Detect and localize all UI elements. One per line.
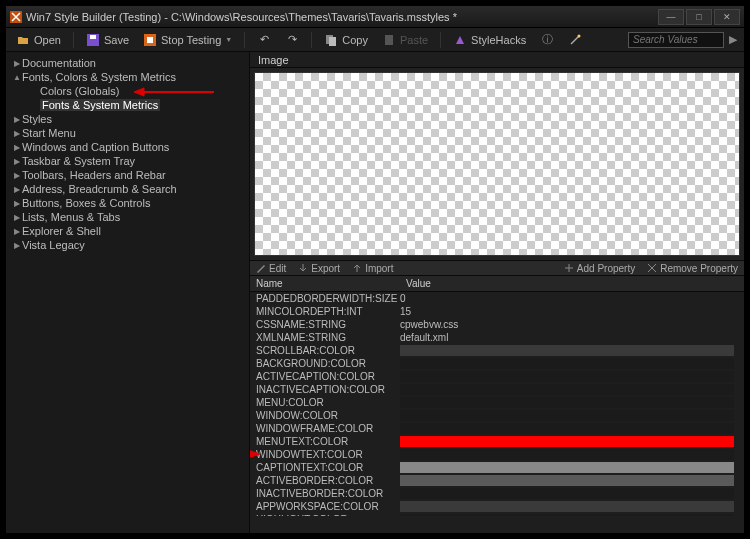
tree-item[interactable]: ▶Taskbar & System Tray xyxy=(8,154,247,168)
col-header-name[interactable]: Name xyxy=(250,276,400,291)
redo-button[interactable]: ↷ xyxy=(279,31,305,49)
tree-item-label: Windows and Caption Buttons xyxy=(22,141,169,153)
property-row[interactable]: WINDOW:COLOR xyxy=(250,409,744,422)
tree-item[interactable]: ▶Vista Legacy xyxy=(8,238,247,252)
stylehacks-button[interactable]: StyleHacks xyxy=(447,31,532,49)
svg-rect-7 xyxy=(385,35,393,45)
tree-item[interactable]: ▶Buttons, Boxes & Controls xyxy=(8,196,247,210)
property-value[interactable] xyxy=(400,384,744,395)
search-input[interactable] xyxy=(628,32,724,48)
edit-button[interactable]: Edit xyxy=(250,263,292,274)
expand-arrow-icon: ▶ xyxy=(12,157,22,166)
property-value[interactable] xyxy=(400,475,744,486)
property-table-body[interactable]: PADDEDBORDERWIDTH:SIZE0MINCOLORDEPTH:INT… xyxy=(250,292,744,516)
copy-button[interactable]: Copy xyxy=(318,31,374,49)
remove-property-button[interactable]: Remove Property xyxy=(641,263,744,274)
property-name: BACKGROUND:COLOR xyxy=(250,358,400,369)
tree-item-label: Colors (Globals) xyxy=(40,85,119,97)
tree-item-label: Vista Legacy xyxy=(22,239,85,251)
help-icon: ⓘ xyxy=(540,33,554,47)
color-swatch xyxy=(400,501,734,512)
property-value[interactable]: 15 xyxy=(400,306,744,317)
property-value[interactable]: default.xml xyxy=(400,332,744,343)
property-row[interactable]: BACKGROUND:COLOR xyxy=(250,357,744,370)
color-swatch xyxy=(400,514,734,516)
property-row[interactable]: SCROLLBAR:COLOR xyxy=(250,344,744,357)
property-value[interactable] xyxy=(400,462,744,473)
property-value[interactable] xyxy=(400,501,744,512)
minimize-button[interactable]: — xyxy=(658,9,684,25)
close-button[interactable]: ✕ xyxy=(714,9,740,25)
property-value[interactable] xyxy=(400,488,744,499)
tree-item-label: Buttons, Boxes & Controls xyxy=(22,197,150,209)
export-icon xyxy=(298,263,308,273)
search-go-button[interactable]: ▶ xyxy=(726,31,740,48)
tree-item[interactable]: ▶Address, Breadcrumb & Search xyxy=(8,182,247,196)
tree-item-label: Toolbars, Headers and Rebar xyxy=(22,169,166,181)
stylehacks-icon xyxy=(453,33,467,47)
tree-item-label: Styles xyxy=(22,113,52,125)
property-row[interactable]: XMLNAME:STRINGdefault.xml xyxy=(250,331,744,344)
image-tab[interactable]: Image xyxy=(250,52,744,68)
color-swatch xyxy=(400,475,734,486)
tree-item[interactable]: Fonts & System Metrics xyxy=(8,98,247,112)
property-value[interactable] xyxy=(400,397,744,408)
property-row[interactable]: INACTIVECAPTION:COLOR xyxy=(250,383,744,396)
export-button[interactable]: Export xyxy=(292,263,346,274)
property-value[interactable]: cpwebvw.css xyxy=(400,319,744,330)
tree-item-label: Explorer & Shell xyxy=(22,225,101,237)
col-header-value[interactable]: Value xyxy=(400,276,744,291)
property-row[interactable]: APPWORKSPACE:COLOR xyxy=(250,500,744,513)
undo-button[interactable]: ↶ xyxy=(251,31,277,49)
edit-icon xyxy=(256,263,266,273)
property-value[interactable]: 0 xyxy=(400,293,744,304)
tree-item[interactable]: ▶Styles xyxy=(8,112,247,126)
sidebar-tree: ▶Documentation▲Fonts, Colors & System Me… xyxy=(6,52,250,533)
import-button[interactable]: Import xyxy=(346,263,399,274)
open-button[interactable]: Open xyxy=(10,31,67,49)
property-row[interactable]: ACTIVEBORDER:COLOR xyxy=(250,474,744,487)
property-value[interactable] xyxy=(400,436,744,447)
svg-point-8 xyxy=(578,34,581,37)
stop-testing-button[interactable]: Stop Testing ▼ xyxy=(137,31,238,49)
property-row[interactable]: INACTIVEBORDER:COLOR xyxy=(250,487,744,500)
stop-icon xyxy=(143,33,157,47)
titlebar[interactable]: Win7 Style Builder (Testing) - C:\Window… xyxy=(6,6,744,28)
tree-item[interactable]: ▶Explorer & Shell xyxy=(8,224,247,238)
property-row[interactable]: WINDOWFRAME:COLOR xyxy=(250,422,744,435)
property-value[interactable] xyxy=(400,371,744,382)
expand-arrow-icon: ▶ xyxy=(12,143,22,152)
add-property-button[interactable]: Add Property xyxy=(558,263,641,274)
toolbar: Open Save Stop Testing ▼ ↶ ↷ Copy Paste … xyxy=(6,28,744,52)
property-value[interactable] xyxy=(400,423,744,434)
property-row[interactable]: CAPTIONTEXT:COLOR xyxy=(250,461,744,474)
redo-icon: ↷ xyxy=(285,33,299,47)
property-row[interactable]: MENU:COLOR xyxy=(250,396,744,409)
property-row[interactable]: MENUTEXT:COLOR xyxy=(250,435,744,448)
property-row[interactable]: HIGHLIGHT:COLOR xyxy=(250,513,744,516)
property-panel-bar: Edit Export Import Add Property Remove P… xyxy=(250,260,744,276)
wand-button[interactable] xyxy=(562,31,588,49)
property-row[interactable]: MINCOLORDEPTH:INT15 xyxy=(250,305,744,318)
property-value[interactable] xyxy=(400,358,744,369)
property-value[interactable] xyxy=(400,345,744,356)
property-row[interactable]: ACTIVECAPTION:COLOR xyxy=(250,370,744,383)
tree-item[interactable]: ▶Documentation xyxy=(8,56,247,70)
property-row[interactable]: PADDEDBORDERWIDTH:SIZE0 xyxy=(250,292,744,305)
property-name: INACTIVECAPTION:COLOR xyxy=(250,384,400,395)
tree-item[interactable]: ▶Start Menu xyxy=(8,126,247,140)
property-row[interactable]: WINDOWTEXT:COLOR xyxy=(250,448,744,461)
property-value[interactable] xyxy=(400,449,744,460)
property-name: WINDOWTEXT:COLOR xyxy=(250,449,400,460)
property-value[interactable] xyxy=(400,514,744,516)
maximize-button[interactable]: □ xyxy=(686,9,712,25)
tree-item[interactable]: ▲Fonts, Colors & System Metrics xyxy=(8,70,247,84)
tree-item[interactable]: ▶Toolbars, Headers and Rebar xyxy=(8,168,247,182)
property-row[interactable]: CSSNAME:STRINGcpwebvw.css xyxy=(250,318,744,331)
property-value[interactable] xyxy=(400,410,744,421)
tree-item[interactable]: Colors (Globals) xyxy=(8,84,247,98)
tree-item[interactable]: ▶Lists, Menus & Tabs xyxy=(8,210,247,224)
tree-item[interactable]: ▶Windows and Caption Buttons xyxy=(8,140,247,154)
help-button[interactable]: ⓘ xyxy=(534,31,560,49)
save-button[interactable]: Save xyxy=(80,31,135,49)
